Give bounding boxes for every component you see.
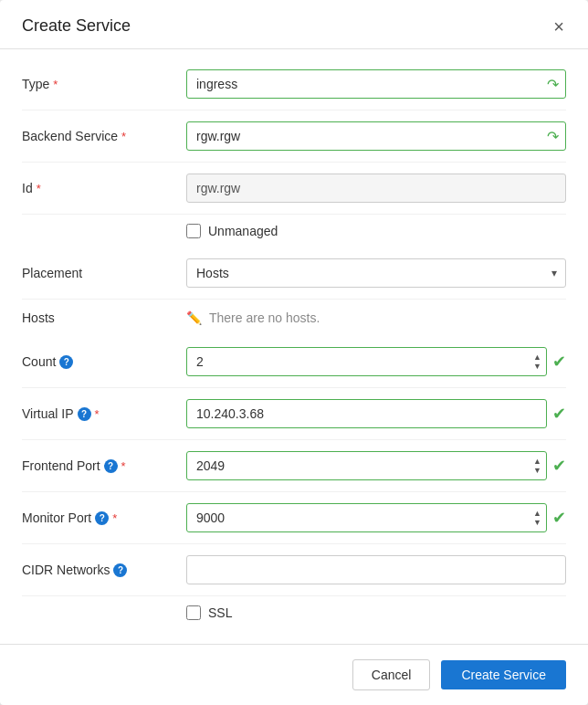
frontend-port-spinner-wrap: ▲ ▼ [186, 451, 547, 480]
frontend-port-row: Frontend Port ? * ▲ ▼ ✔ [22, 440, 566, 492]
monitor-port-input[interactable] [186, 503, 547, 532]
monitor-port-label: Monitor Port ? * [22, 510, 186, 525]
virtual-ip-help-icon[interactable]: ? [78, 407, 91, 421]
type-input-wrap: ↷ [186, 69, 566, 99]
frontend-port-input[interactable] [186, 451, 547, 480]
monitor-port-increment-button[interactable]: ▲ [531, 510, 543, 518]
virtual-ip-required: * [95, 407, 100, 421]
placement-row: Placement Hosts Label Count ▾ [22, 247, 566, 300]
virtual-ip-label: Virtual IP ? * [22, 406, 186, 421]
modal-title: Create Service [22, 16, 131, 36]
virtual-ip-control: ✔ [186, 399, 566, 428]
modal-header: Create Service × [0, 0, 588, 49]
hosts-row: Hosts ✏️ There are no hosts. [22, 300, 566, 336]
count-decrement-button[interactable]: ▼ [531, 363, 543, 371]
count-input[interactable] [186, 347, 547, 376]
placement-select[interactable]: Hosts Label Count [186, 258, 566, 288]
frontend-port-check-icon: ✔ [552, 456, 566, 476]
type-label: Type * [22, 77, 186, 91]
placement-label: Placement [22, 266, 186, 280]
frontend-port-control: ▲ ▼ ✔ [186, 451, 566, 480]
ssl-checkbox[interactable] [186, 605, 201, 620]
type-required: * [53, 78, 58, 91]
cidr-networks-control [186, 555, 566, 584]
backend-service-control: ↷ [186, 121, 566, 151]
ssl-label[interactable]: SSL [186, 605, 232, 620]
unmanaged-label[interactable]: Unmanaged [186, 224, 278, 238]
hosts-content: ✏️ There are no hosts. [186, 310, 566, 325]
monitor-port-row: Monitor Port ? * ▲ ▼ ✔ [22, 492, 566, 544]
create-service-button[interactable]: Create Service [441, 660, 566, 689]
create-service-modal: Create Service × Type * ↷ Backend Servic… [0, 0, 588, 705]
type-control: ↷ [186, 69, 566, 99]
frontend-port-required: * [121, 459, 126, 473]
id-required: * [37, 182, 41, 195]
id-input [186, 174, 566, 203]
virtual-ip-check-icon: ✔ [552, 404, 566, 424]
type-row: Type * ↷ [22, 58, 566, 110]
cidr-networks-input[interactable] [186, 555, 566, 584]
close-button[interactable]: × [551, 17, 566, 36]
backend-service-input[interactable] [186, 121, 566, 151]
monitor-port-help-icon[interactable]: ? [95, 511, 109, 525]
cancel-button[interactable]: Cancel [352, 659, 431, 690]
hosts-edit-icon[interactable]: ✏️ [186, 310, 202, 325]
count-help-icon[interactable]: ? [59, 355, 73, 369]
backend-service-label: Backend Service * [22, 129, 186, 143]
monitor-port-decrement-button[interactable]: ▼ [531, 519, 543, 527]
hosts-label: Hosts [22, 310, 186, 325]
count-check-icon: ✔ [552, 352, 566, 372]
id-control [186, 174, 566, 203]
type-input[interactable] [186, 69, 566, 99]
frontend-port-help-icon[interactable]: ? [104, 459, 118, 473]
monitor-port-control: ▲ ▼ ✔ [186, 503, 566, 532]
frontend-port-spin-buttons: ▲ ▼ [531, 458, 543, 475]
placement-select-wrap: Hosts Label Count ▾ [186, 258, 566, 288]
frontend-port-decrement-button[interactable]: ▼ [531, 467, 543, 475]
unmanaged-row: Unmanaged [22, 215, 566, 247]
monitor-port-required: * [112, 511, 117, 525]
backend-service-input-wrap: ↷ [186, 121, 566, 151]
unmanaged-checkbox[interactable] [186, 224, 201, 238]
monitor-port-spinner-wrap: ▲ ▼ [186, 503, 547, 532]
backend-service-required: * [121, 130, 126, 143]
count-increment-button[interactable]: ▲ [531, 353, 543, 362]
id-row: Id * [22, 163, 566, 215]
count-row: Count ? ▲ ▼ ✔ [22, 336, 566, 388]
frontend-port-label: Frontend Port ? * [22, 458, 186, 473]
modal-footer: Cancel Create Service [0, 644, 588, 705]
cidr-networks-row: CIDR Networks ? [22, 544, 566, 596]
frontend-port-increment-button[interactable]: ▲ [531, 458, 543, 466]
monitor-port-spin-buttons: ▲ ▼ [531, 510, 543, 527]
cidr-networks-help-icon[interactable]: ? [113, 563, 127, 577]
virtual-ip-input[interactable] [186, 399, 547, 428]
count-spinner-wrap: ▲ ▼ [186, 347, 547, 376]
no-hosts-text: There are no hosts. [209, 310, 320, 325]
backend-service-row: Backend Service * ↷ [22, 110, 566, 163]
count-spin-buttons: ▲ ▼ [531, 353, 543, 371]
count-control: ▲ ▼ ✔ [186, 347, 566, 376]
id-label: Id * [22, 181, 186, 195]
placement-control: Hosts Label Count ▾ [186, 258, 566, 288]
cidr-networks-label: CIDR Networks ? [22, 563, 186, 577]
ssl-row: SSL [22, 596, 566, 629]
monitor-port-check-icon: ✔ [552, 508, 566, 528]
count-label: Count ? [22, 354, 186, 369]
virtual-ip-row: Virtual IP ? * ✔ [22, 388, 566, 440]
modal-body: Type * ↷ Backend Service * ↷ [0, 49, 588, 644]
